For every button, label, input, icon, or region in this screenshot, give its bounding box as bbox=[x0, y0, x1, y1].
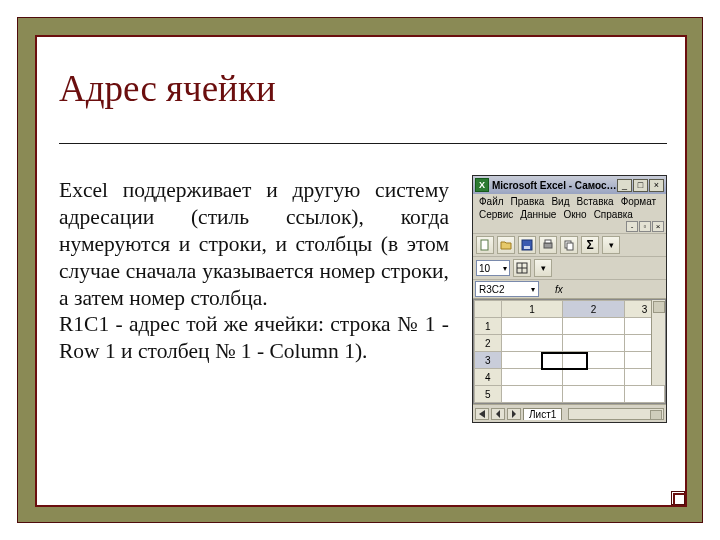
toolbar-more-button[interactable]: ▾ bbox=[602, 236, 620, 254]
doc-minimize-button[interactable]: - bbox=[626, 221, 638, 232]
sheet-tab[interactable]: Лист1 bbox=[523, 408, 562, 420]
excel-window: X Microsoft Excel - Самос… _ □ × Файл Пр… bbox=[472, 175, 667, 423]
menu-window[interactable]: Окно bbox=[561, 208, 588, 221]
maximize-button[interactable]: □ bbox=[633, 179, 648, 192]
menu-file[interactable]: Файл bbox=[477, 195, 506, 208]
worksheet-grid[interactable]: 1 2 3 1 2 3 4 5 bbox=[473, 299, 666, 404]
svg-rect-3 bbox=[544, 243, 552, 248]
dropdown-icon: ▾ bbox=[503, 264, 507, 273]
row-header[interactable]: 5 bbox=[475, 386, 502, 403]
menu-format[interactable]: Формат bbox=[619, 195, 659, 208]
slide-outer-frame: Адрес ячейки Excel поддерживает и другую… bbox=[17, 17, 703, 523]
svg-rect-6 bbox=[567, 243, 573, 250]
svg-rect-4 bbox=[545, 240, 551, 243]
new-file-button[interactable] bbox=[476, 236, 494, 254]
font-size-value: 10 bbox=[479, 263, 490, 274]
open-file-button[interactable] bbox=[497, 236, 515, 254]
vertical-scrollbar[interactable] bbox=[651, 300, 665, 385]
svg-rect-2 bbox=[524, 246, 530, 249]
column-header[interactable]: 1 bbox=[501, 301, 563, 318]
row-header[interactable]: 1 bbox=[475, 318, 502, 335]
menu-help[interactable]: Справка bbox=[592, 208, 635, 221]
row-header[interactable]: 2 bbox=[475, 335, 502, 352]
menu-tools[interactable]: Сервис bbox=[477, 208, 515, 221]
paragraph-1: Excel поддерживает и другую систему адре… bbox=[59, 177, 449, 311]
tab-nav-next-icon[interactable] bbox=[507, 408, 521, 420]
menu-bar: Файл Правка Вид Вставка Формат Сервис Да… bbox=[473, 194, 666, 234]
column-header[interactable]: 2 bbox=[563, 301, 625, 318]
close-button[interactable]: × bbox=[649, 179, 664, 192]
formula-bar: R3C2 ▾ fx bbox=[473, 280, 666, 299]
formatting-toolbar: 10 ▾ ▾ bbox=[473, 257, 666, 280]
scroll-up-icon[interactable] bbox=[653, 301, 665, 313]
copy-button[interactable] bbox=[560, 236, 578, 254]
print-button[interactable] bbox=[539, 236, 557, 254]
excel-app-icon: X bbox=[475, 178, 489, 192]
font-size-selector[interactable]: 10 ▾ bbox=[476, 260, 510, 276]
menu-view[interactable]: Вид bbox=[549, 195, 571, 208]
autosum-button[interactable]: Σ bbox=[581, 236, 599, 254]
select-all-corner[interactable] bbox=[475, 301, 502, 318]
menu-edit[interactable]: Правка bbox=[509, 195, 547, 208]
tab-nav-prev-icon[interactable] bbox=[491, 408, 505, 420]
menu-data[interactable]: Данные bbox=[518, 208, 558, 221]
save-button[interactable] bbox=[518, 236, 536, 254]
svg-rect-0 bbox=[481, 240, 488, 250]
slide-inner-frame: Адрес ячейки Excel поддерживает и другую… bbox=[35, 35, 687, 507]
title-rule bbox=[59, 143, 667, 144]
name-box[interactable]: R3C2 ▾ bbox=[475, 281, 539, 297]
format-more-button[interactable]: ▾ bbox=[534, 259, 552, 277]
standard-toolbar: Σ ▾ bbox=[473, 234, 666, 257]
tab-nav-first-icon[interactable] bbox=[475, 408, 489, 420]
name-box-value: R3C2 bbox=[479, 284, 505, 295]
titlebar: X Microsoft Excel - Самос… _ □ × bbox=[473, 176, 666, 194]
window-title: Microsoft Excel - Самос… bbox=[492, 180, 617, 191]
dropdown-icon: ▾ bbox=[531, 285, 535, 294]
body-text: Excel поддерживает и другую систему адре… bbox=[59, 177, 449, 365]
menu-insert[interactable]: Вставка bbox=[574, 195, 615, 208]
sheet-tab-bar: Лист1 bbox=[473, 404, 666, 422]
row-header[interactable]: 3 bbox=[475, 352, 502, 369]
doc-restore-button[interactable]: ▫ bbox=[639, 221, 651, 232]
paragraph-2: R1C1 - адрес той же ячейки: строка № 1 -… bbox=[59, 311, 449, 365]
row-header[interactable]: 4 bbox=[475, 369, 502, 386]
doc-close-button[interactable]: × bbox=[652, 221, 664, 232]
horizontal-scrollbar[interactable] bbox=[568, 408, 664, 420]
fx-label[interactable]: fx bbox=[551, 284, 563, 295]
minimize-button[interactable]: _ bbox=[617, 179, 632, 192]
borders-button[interactable] bbox=[513, 259, 531, 277]
slide-corner-decoration bbox=[671, 491, 685, 505]
slide-title: Адрес ячейки bbox=[59, 67, 276, 110]
